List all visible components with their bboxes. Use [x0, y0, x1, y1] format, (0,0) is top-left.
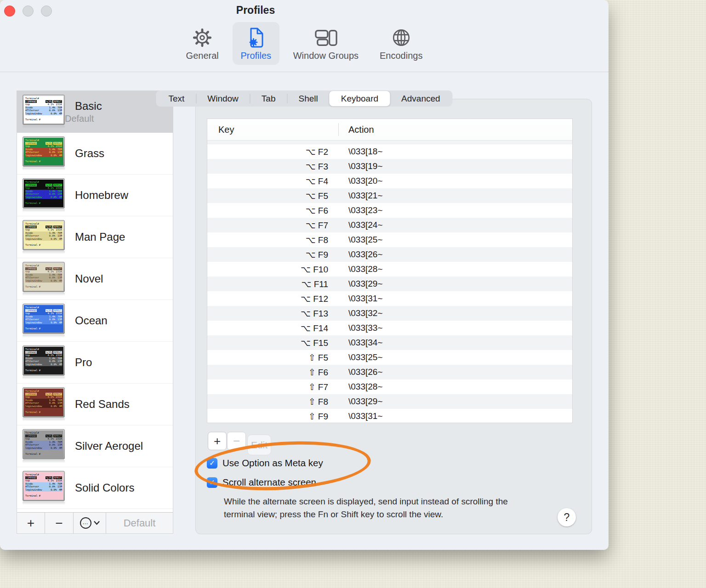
ellipsis-icon: …: [80, 517, 91, 529]
table-row[interactable]: ⌥ F15 \033[34~: [207, 335, 572, 350]
tab-tab[interactable]: Tab: [250, 90, 287, 107]
key-cell: ⌥ F5: [207, 191, 339, 201]
tab-shell[interactable]: Shell: [287, 90, 329, 107]
toolbar-item-window-groups[interactable]: Window Groups: [286, 22, 366, 65]
table-body: ⌥ F2 \033[18~ ⌥ F3 \033[19~ ⌥ F4 \033[20…: [207, 144, 572, 424]
alternate-screen-note: While the alternate screen is displayed,…: [224, 495, 536, 521]
toolbar-item-encodings[interactable]: Encodings: [372, 22, 430, 65]
table-header: Key Action: [207, 119, 572, 141]
profile-subtitle: Default: [65, 113, 102, 124]
thumbnail-reflection: [23, 293, 65, 296]
table-row[interactable]: ⌥ F12 \033[31~: [207, 291, 572, 306]
chevron-down-icon: [94, 521, 100, 525]
profile-row-grass[interactable]: Terminal# COMMAND%CPURPRVT top4.1%231KXc…: [17, 133, 173, 175]
edit-key-button[interactable]: Edit: [247, 435, 271, 455]
profile-name: Grass: [75, 147, 104, 160]
remove-key-button[interactable]: −: [227, 432, 246, 450]
column-header-action[interactable]: Action: [339, 124, 374, 135]
key-cell: ⌥ F6: [207, 205, 339, 216]
action-cell: \033[19~: [339, 161, 383, 171]
key-action-table: Key Action ⌥ F2 \033[18~ ⌥ F3 \033[19~ ⌥…: [207, 119, 573, 423]
table-row[interactable]: ⇧ F8 \033[29~: [207, 394, 572, 409]
profile-row-homebrew[interactable]: Terminal# COMMAND%CPURPRVT top4.1%231KXc…: [17, 175, 173, 216]
profile-name: Red Sands: [75, 398, 130, 411]
thumbnail-reflection: [23, 209, 65, 212]
profile-thumbnail: Terminal# COMMAND%CPURPRVT top4.1%231KXc…: [23, 136, 65, 167]
action-cell: \033[25~: [339, 352, 383, 362]
profile-row-solid-colors[interactable]: Terminal# COMMAND%CPURPRVT top4.1%231KXc…: [17, 467, 173, 509]
tab-advanced[interactable]: Advanced: [390, 90, 452, 107]
action-cell: \033[29~: [339, 396, 383, 407]
table-row[interactable]: ⌥ F14 \033[33~: [207, 321, 572, 335]
profile-name: Basic: [75, 100, 102, 113]
action-cell: \033[31~: [339, 294, 383, 304]
key-cell: ⌥ F3: [207, 161, 339, 172]
default-button[interactable]: Default: [106, 513, 173, 533]
profile-row-red-sands[interactable]: Terminal# COMMAND%CPURPRVT top4.1%231KXc…: [17, 384, 173, 425]
toolbar-items: General Profiles Window Groups Encodings: [0, 22, 609, 72]
table-row[interactable]: ⌥ F3 \033[19~: [207, 159, 572, 174]
sidebar-buttons: + − … Default: [17, 512, 173, 533]
table-row[interactable]: ⌥ F8 \033[25~: [207, 232, 572, 247]
more-options-button[interactable]: …: [74, 513, 106, 533]
key-cell: ⇧ F6: [207, 367, 339, 378]
toolbar-item-profiles[interactable]: Profiles: [233, 22, 279, 65]
help-button[interactable]: ?: [558, 508, 576, 526]
titlebar: Profiles: [0, 0, 609, 22]
action-cell: \033[32~: [339, 308, 383, 318]
scrolled-row-sliver: [207, 141, 572, 144]
profile-name: Man Page: [75, 231, 125, 243]
profile-name: Novel: [75, 272, 103, 285]
action-cell: \033[25~: [339, 235, 383, 245]
column-header-key[interactable]: Key: [207, 119, 339, 140]
tab-text[interactable]: Text: [157, 90, 196, 107]
table-row[interactable]: ⇧ F9 \033[31~: [207, 409, 572, 424]
toolbar-item-label: Encodings: [380, 51, 422, 61]
action-cell: \033[31~: [339, 411, 383, 421]
action-cell: \033[33~: [339, 323, 383, 333]
table-row[interactable]: ⌥ F4 \033[20~: [207, 174, 572, 188]
table-row[interactable]: ⌥ F10 \033[28~: [207, 262, 572, 277]
add-key-button[interactable]: +: [208, 432, 227, 450]
action-cell: \033[28~: [339, 264, 383, 274]
table-row[interactable]: ⇧ F6 \033[26~: [207, 365, 572, 379]
profile-thumbnail: Terminal# COMMAND%CPURPRVT top4.1%231KXc…: [23, 95, 65, 125]
remove-profile-button[interactable]: −: [45, 513, 74, 533]
key-cell: ⌥ F11: [207, 279, 339, 289]
window-groups-icon: [314, 26, 337, 49]
tab-keyboard[interactable]: Keyboard: [330, 91, 390, 106]
profile-thumbnail: Terminal# COMMAND%CPURPRVT top4.1%231KXc…: [23, 471, 65, 501]
table-row[interactable]: ⌥ F9 \033[26~: [207, 247, 572, 262]
tab-window[interactable]: Window: [196, 90, 250, 107]
use-option-as-meta-key-checkbox[interactable]: ✓: [207, 458, 217, 469]
action-cell: \033[26~: [339, 249, 383, 260]
table-row[interactable]: ⌥ F6 \033[23~: [207, 203, 572, 218]
table-row[interactable]: ⇧ F7 \033[28~: [207, 379, 572, 394]
profile-row-pro[interactable]: Terminal# COMMAND%CPURPRVT top4.1%231KXc…: [17, 342, 173, 384]
thumbnail-reflection: [23, 418, 65, 421]
profile-row-ocean[interactable]: Terminal# COMMAND%CPURPRVT top4.1%231KXc…: [17, 300, 173, 342]
profile-row-silver-aerogel[interactable]: Terminal# COMMAND%CPURPRVT top4.1%231KXc…: [17, 425, 173, 467]
table-row[interactable]: ⇧ F5 \033[25~: [207, 350, 572, 365]
profile-name: Silver Aerogel: [75, 440, 143, 452]
table-row[interactable]: ⌥ F11 \033[29~: [207, 277, 572, 291]
profile-thumbnail: Terminal# COMMAND%CPURPRVT top4.1%231KXc…: [23, 262, 65, 292]
profile-row-man-page[interactable]: Terminal# COMMAND%CPURPRVT top4.1%231KXc…: [17, 216, 173, 258]
toolbar-item-general[interactable]: General: [179, 22, 226, 65]
add-profile-button[interactable]: +: [17, 513, 45, 533]
action-cell: \033[24~: [339, 220, 383, 230]
table-row[interactable]: ⌥ F7 \033[24~: [207, 218, 572, 232]
table-row[interactable]: ⌥ F5 \033[21~: [207, 188, 572, 203]
toolbar-item-label: Profiles: [240, 51, 271, 61]
table-row[interactable]: ⌥ F2 \033[18~: [207, 144, 572, 159]
key-cell: ⌥ F8: [207, 235, 339, 245]
window-title: Profiles: [0, 4, 511, 17]
profile-row-basic[interactable]: Terminal# COMMAND%CPURPRVT top4.1%231KXc…: [17, 91, 173, 133]
scroll-alternate-screen-checkbox[interactable]: ✓: [207, 477, 217, 488]
key-cell: ⌥ F10: [207, 264, 339, 275]
profile-row-novel[interactable]: Terminal# COMMAND%CPURPRVT top4.1%231KXc…: [17, 258, 173, 300]
table-row[interactable]: ⌥ F13 \033[32~: [207, 306, 572, 321]
thumbnail-reflection: [23, 502, 65, 505]
key-cell: ⌥ F14: [207, 323, 339, 334]
scroll-alternate-screen-label: Scroll alternate screen: [222, 477, 316, 488]
